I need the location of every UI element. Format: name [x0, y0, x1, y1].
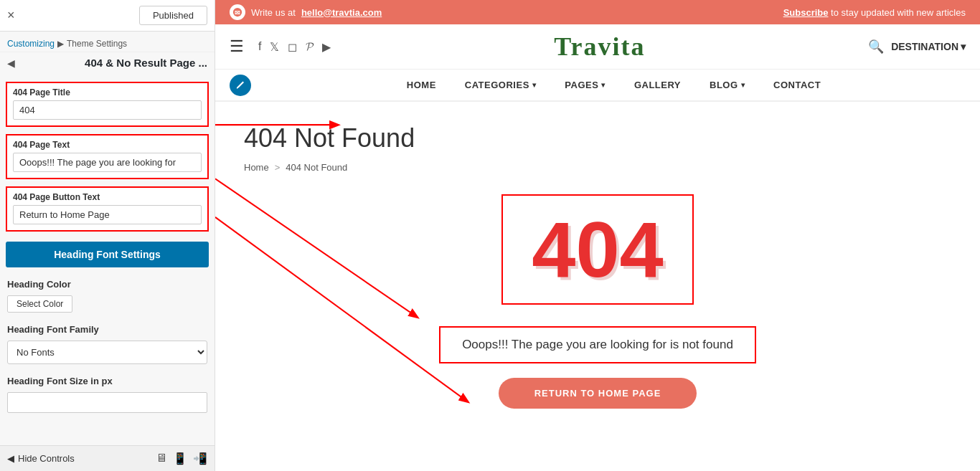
pinterest-icon[interactable]: 𝓟 — [306, 40, 314, 53]
desktop-icon[interactable]: 🖥 — [156, 452, 167, 465]
notif-email-link[interactable]: hello@travtia.com — [301, 7, 382, 18]
return-home-button[interactable]: RETURN TO HOME PAGE — [499, 378, 697, 409]
breadcrumb-nav: Customizing ▶ Theme Settings — [0, 32, 215, 52]
edit-icon[interactable] — [230, 75, 251, 96]
field-404-btn-group: 404 Page Button Text — [6, 186, 209, 232]
error-message-text: Ooops!!! The page you are looking for is… — [462, 338, 733, 351]
notif-right: Subscribe to stay updated with new artic… — [783, 7, 966, 18]
hamburger-icon[interactable]: ☰ — [230, 37, 244, 56]
site-logo: Travita — [345, 32, 854, 62]
notif-left: ✉ Write us at hello@travtia.com — [230, 4, 382, 20]
error-section: 404 Ooops!!! The page you are looking fo… — [244, 194, 951, 409]
customizing-link[interactable]: Customizing — [7, 39, 55, 49]
hide-controls-label: Hide Controls — [18, 453, 75, 464]
heading-font-settings-button[interactable]: Heading Font Settings — [6, 242, 209, 267]
subscribe-link[interactable]: Subscribe — [783, 7, 829, 18]
notif-write-us: Write us at — [251, 7, 296, 18]
hide-controls-arrow: ◀ — [7, 453, 14, 464]
field-404-text-label: 404 Page Text — [13, 140, 202, 150]
color-btn-wrap: Select Color — [0, 292, 215, 320]
font-size-input[interactable] — [7, 392, 207, 413]
field-404-text-input[interactable] — [13, 153, 202, 172]
pages-caret: ▾ — [601, 81, 606, 89]
breadcrumb-home-link[interactable]: Home — [244, 162, 269, 173]
destination-label: DESTINATION — [891, 41, 958, 52]
nav-contact[interactable]: CONTACT — [759, 70, 835, 100]
theme-settings-link[interactable]: Theme Settings — [67, 39, 127, 49]
header-right: 🔍 DESTINATION ▾ — [868, 39, 966, 54]
heading-color-label: Heading Color — [0, 275, 215, 292]
tablet-icon[interactable]: 📱 — [173, 452, 187, 465]
preview-panel: ✉ Write us at hello@travtia.com Subscrib… — [215, 0, 980, 471]
breadcrumb: Home > 404 Not Found — [244, 162, 951, 173]
top-bar: × Published — [0, 0, 215, 32]
error-message-box: Ooops!!! The page you are looking for is… — [439, 326, 756, 363]
facebook-icon[interactable]: f — [258, 40, 261, 53]
breadcrumb-current: 404 Not Found — [286, 162, 347, 173]
field-404-title-input[interactable] — [13, 100, 202, 120]
close-icon[interactable]: × — [7, 8, 15, 23]
categories-caret: ▾ — [532, 81, 537, 89]
social-icons: f 𝕏 ◻ 𝓟 ▶ — [258, 40, 331, 54]
page-heading: 404 Not Found — [244, 123, 951, 153]
nav-home[interactable]: HOME — [392, 70, 451, 100]
field-404-btn-input[interactable] — [13, 205, 202, 224]
nav-categories[interactable]: CATEGORIES ▾ — [451, 70, 551, 100]
customizer-panel: × Published Customizing ▶ Theme Settings… — [0, 0, 215, 471]
notif-icon: ✉ — [230, 4, 245, 20]
font-family-wrap: No Fonts — [0, 338, 215, 371]
error-404-box: 404 — [501, 194, 694, 305]
panel-title: 404 & No Result Page ... — [85, 57, 207, 69]
nav-bar: HOME CATEGORIES ▾ PAGES ▾ GALLERY BLOG ▾… — [215, 70, 980, 102]
breadcrumb-separator: > — [275, 162, 281, 173]
content-area: 404 Not Found Home > 404 Not Found 404 O… — [215, 102, 980, 471]
select-color-button[interactable]: Select Color — [7, 295, 72, 313]
field-404-btn-label: 404 Page Button Text — [13, 192, 202, 202]
mobile-icon[interactable]: 📲 — [193, 452, 207, 465]
blog-caret: ▾ — [741, 81, 745, 89]
error-404-number: 404 — [532, 210, 664, 289]
bottom-bar: ◀ Hide Controls 🖥 📱 📲 — [0, 445, 215, 471]
panel-title-row: ◀ 404 & No Result Page ... — [0, 52, 215, 76]
published-button[interactable]: Published — [139, 6, 207, 25]
heading-font-family-label: Heading Font Family — [0, 320, 215, 338]
field-404-text-group: 404 Page Text — [6, 134, 209, 179]
search-icon[interactable]: 🔍 — [868, 39, 884, 54]
twitter-icon[interactable]: 𝕏 — [270, 40, 279, 54]
device-icons: 🖥 📱 📲 — [156, 452, 207, 465]
field-404-title-label: 404 Page Title — [13, 87, 202, 97]
instagram-icon[interactable]: ◻ — [288, 40, 297, 54]
panel-content: 404 Page Title 404 Page Text 404 Page Bu… — [0, 76, 215, 445]
youtube-icon[interactable]: ▶ — [322, 40, 331, 54]
font-size-label: Heading Font Size in px — [0, 371, 215, 389]
nav-arrow: ▶ — [57, 39, 64, 49]
destination-button[interactable]: DESTINATION ▾ — [891, 41, 966, 52]
notification-bar: ✉ Write us at hello@travtia.com Subscrib… — [215, 0, 980, 24]
site-header: ☰ f 𝕏 ◻ 𝓟 ▶ Travita 🔍 DESTINATION ▾ — [215, 24, 980, 70]
hide-controls-btn[interactable]: ◀ Hide Controls — [7, 453, 75, 464]
notif-after-subscribe: to stay updated with new articles — [831, 7, 966, 18]
font-size-wrap — [0, 389, 215, 417]
field-404-title-group: 404 Page Title — [6, 82, 209, 127]
svg-text:✉: ✉ — [235, 9, 240, 16]
nav-pages[interactable]: PAGES ▾ — [550, 70, 620, 100]
nav-blog[interactable]: BLOG ▾ — [695, 70, 759, 100]
destination-caret: ▾ — [961, 41, 966, 52]
font-family-select[interactable]: No Fonts — [7, 341, 207, 364]
nav-links: HOME CATEGORIES ▾ PAGES ▾ GALLERY BLOG ▾… — [262, 70, 966, 100]
nav-gallery[interactable]: GALLERY — [620, 70, 695, 100]
collapse-icon[interactable]: ◀ — [7, 57, 15, 69]
